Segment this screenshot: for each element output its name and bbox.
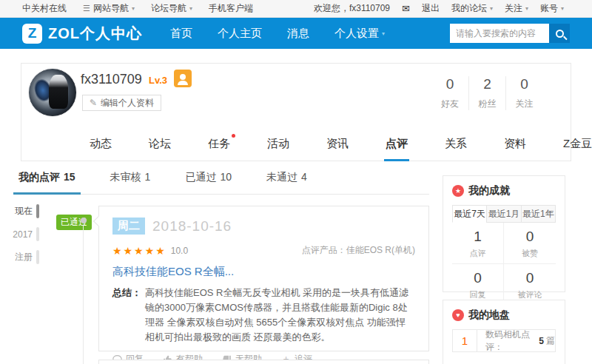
chevron-down-icon: ▾ bbox=[382, 30, 385, 37]
tab-forum[interactable]: 论坛 bbox=[147, 137, 172, 161]
territory-row[interactable]: 1 数码相机点评：5篇 bbox=[452, 329, 556, 352]
my-forum-menu[interactable]: 我的论坛 ▾ bbox=[451, 2, 493, 15]
next-review-card-partial bbox=[98, 360, 429, 364]
notification-dot bbox=[232, 134, 235, 138]
card-notch bbox=[93, 216, 104, 226]
achv-tab-1month[interactable]: 最近1月 bbox=[486, 205, 521, 223]
logout-link[interactable]: 退出 bbox=[422, 2, 440, 15]
top-utility-bar: 中关村在线 ☰ 网站导航 ▾ 论坛导航 ▾ 手机客户端 欢迎您，fx311070… bbox=[0, 0, 592, 18]
stat-friends[interactable]: 0 好友 bbox=[431, 76, 468, 110]
chevron-down-icon: ▾ bbox=[132, 5, 135, 12]
link-zol-home[interactable]: 中关村在线 bbox=[22, 2, 67, 15]
status-badge-approved: 已通过 bbox=[56, 215, 92, 230]
tab-tasks[interactable]: 任务 bbox=[206, 137, 232, 161]
tab-dynamics[interactable]: 动态 bbox=[88, 137, 113, 161]
hamburger-icon: ☰ bbox=[83, 4, 90, 13]
rating-value: 10.0 bbox=[171, 246, 188, 256]
tab-news[interactable]: 资讯 bbox=[325, 137, 350, 161]
timeline-dot bbox=[81, 218, 87, 223]
edit-profile-button[interactable]: ✎ 编辑个人资料 bbox=[82, 95, 161, 111]
subtab-rejected[interactable]: 未通过4 bbox=[261, 171, 312, 194]
account-menu[interactable]: 账号 ▾ bbox=[540, 2, 564, 15]
achv-tab-7days[interactable]: 最近7天 bbox=[452, 205, 487, 223]
search-icon bbox=[556, 30, 564, 38]
mail-icon[interactable]: ✉ bbox=[402, 3, 410, 14]
header-nav: 首页 个人主页 消息 个人设置 ▾ bbox=[170, 27, 385, 41]
zol-logo-icon[interactable]: Z bbox=[22, 24, 42, 44]
achv-tab-1year[interactable]: 最近1年 bbox=[521, 205, 556, 223]
timeline-bar bbox=[36, 204, 39, 218]
stat-following[interactable]: 0 关注 bbox=[505, 76, 542, 110]
brand-title: ZOL个人中心 bbox=[48, 24, 142, 44]
tab-reviews[interactable]: 点评 bbox=[384, 137, 409, 161]
pencil-icon: ✎ bbox=[90, 98, 97, 108]
nav-settings[interactable]: 个人设置 ▾ bbox=[334, 27, 385, 41]
achv-stat-reviews[interactable]: 1 点评 bbox=[452, 223, 504, 264]
profile-level: Lv.3 bbox=[149, 75, 167, 86]
profile-card: fx3110709 Lv.3 ✎ 编辑个人资料 0 好友 2 粉丝 0 关注 动… bbox=[21, 63, 571, 161]
summary-label: 总结： bbox=[112, 286, 145, 345]
profile-stats: 0 好友 2 粉丝 0 关注 bbox=[431, 76, 542, 110]
level-badge-icon[interactable] bbox=[174, 70, 192, 87]
achievements-panel: ★ 我的成就 最近7天 最近1月 最近1年 1 点评 0 被赞 0 回复 0 被… bbox=[443, 175, 565, 292]
chevron-down-icon: ▾ bbox=[189, 5, 192, 12]
star-rating-icons: ★★★★★ bbox=[112, 245, 166, 257]
subtab-pending[interactable]: 未审核1 bbox=[105, 171, 156, 194]
review-date: 2018-10-16 bbox=[152, 218, 232, 235]
chevron-down-icon: ▾ bbox=[561, 5, 564, 12]
timeline-now[interactable]: 现在 bbox=[12, 204, 39, 218]
achievements-title: 我的成就 bbox=[468, 184, 510, 198]
link-mobile-client[interactable]: 手机客户端 bbox=[209, 2, 253, 15]
forum-nav-menu[interactable]: 论坛导航 ▾ bbox=[151, 2, 192, 15]
weekday-badge: 周二 bbox=[112, 218, 145, 235]
nav-messages[interactable]: 消息 bbox=[287, 27, 309, 41]
main-tabs: 动态 论坛 任务 活动 资讯 点评 关系 资料 Z金豆 更多▾ bbox=[21, 137, 571, 161]
timeline-bar bbox=[36, 250, 39, 264]
follow-menu[interactable]: 关注 ▾ bbox=[505, 2, 528, 15]
nav-home[interactable]: 首页 bbox=[170, 27, 192, 41]
avatar[interactable] bbox=[28, 68, 77, 117]
tab-activities[interactable]: 活动 bbox=[266, 137, 291, 161]
achv-stat-commented[interactable]: 0 被评论 bbox=[504, 264, 556, 305]
heart-circle-icon: ♥ bbox=[452, 309, 464, 321]
review-sub-tabs: 我的点评15 未审核1 已通过10 未通过4 bbox=[13, 171, 429, 195]
profile-username: fx3110709 bbox=[81, 72, 142, 87]
review-title-link[interactable]: 高科技佳能EOS R全幅... bbox=[112, 265, 415, 279]
product-link[interactable]: 点评产品：佳能EOS R(单机) bbox=[302, 244, 415, 257]
tab-profile-info[interactable]: 资料 bbox=[502, 137, 528, 161]
search-box bbox=[450, 24, 570, 43]
tab-relations[interactable]: 关系 bbox=[443, 137, 468, 161]
review-card: 周二 2018-10-16 ★★★★★ 10.0 点评产品：佳能EOS R(单机… bbox=[98, 206, 429, 351]
stat-fans[interactable]: 2 粉丝 bbox=[468, 76, 505, 110]
achievements-tabs: 最近7天 最近1月 最近1年 bbox=[452, 205, 556, 223]
person-icon bbox=[180, 74, 186, 80]
content-area: 我的点评15 未审核1 已通过10 未通过4 现在 2017 注册 已通过 周二… bbox=[0, 161, 592, 364]
timeline-bar bbox=[36, 227, 39, 241]
achv-stat-replies[interactable]: 0 回复 bbox=[452, 264, 504, 305]
search-button[interactable] bbox=[549, 24, 570, 43]
tab-z-gold[interactable]: Z金豆 bbox=[562, 137, 592, 161]
chevron-down-icon: ▾ bbox=[525, 5, 528, 12]
site-nav-menu[interactable]: ☰ 网站导航 ▾ bbox=[83, 2, 135, 15]
chevron-down-icon: ▾ bbox=[490, 5, 493, 12]
search-input[interactable] bbox=[450, 24, 549, 43]
summary-text: 高科技佳能EOS R全幅无反专业相机 采用的是一块具有低通滤镜的3000万像素C… bbox=[145, 286, 415, 345]
star-circle-icon: ★ bbox=[452, 185, 464, 197]
territory-panel: ♥ 我的地盘 1 数码相机点评：5篇 bbox=[443, 300, 565, 364]
achievements-grid: 1 点评 0 被赞 0 回复 0 被评论 bbox=[452, 223, 556, 305]
subtab-approved[interactable]: 已通过10 bbox=[180, 171, 237, 194]
nav-personal-page[interactable]: 个人主页 bbox=[218, 27, 262, 41]
welcome-text: 欢迎您，fx3110709 bbox=[314, 2, 390, 15]
territory-title: 我的地盘 bbox=[468, 309, 510, 322]
timeline-line bbox=[83, 225, 84, 364]
timeline-register[interactable]: 注册 bbox=[12, 250, 39, 264]
subtab-my-reviews[interactable]: 我的点评15 bbox=[13, 171, 81, 194]
main-header: Z ZOL个人中心 首页 个人主页 消息 个人设置 ▾ bbox=[0, 18, 592, 49]
achv-stat-likes[interactable]: 0 被赞 bbox=[504, 223, 556, 264]
timeline-2017[interactable]: 2017 bbox=[12, 227, 39, 241]
